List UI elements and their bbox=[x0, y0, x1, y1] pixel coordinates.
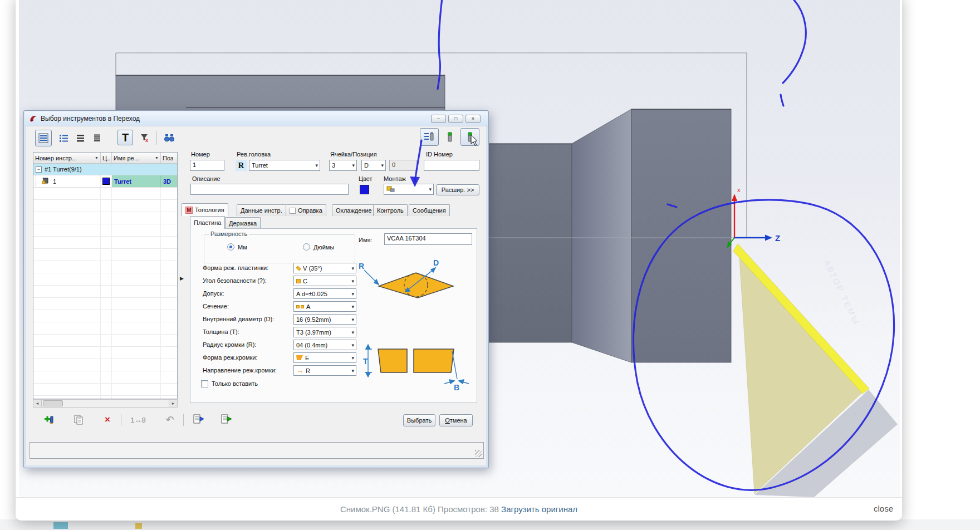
copy-icon bbox=[73, 414, 84, 425]
tool-color-swatch[interactable] bbox=[102, 178, 110, 185]
mount-label: Монтаж bbox=[384, 175, 406, 182]
tab-control[interactable]: Контроль bbox=[373, 204, 408, 216]
delete-tool-button[interactable]: × bbox=[101, 413, 114, 427]
search-button[interactable] bbox=[162, 131, 177, 145]
text-mode-button[interactable]: T bbox=[117, 130, 133, 145]
column-header-name[interactable]: Имя ре...▼ bbox=[112, 153, 161, 163]
column-header-position[interactable]: Поз bbox=[161, 153, 177, 163]
cancel-button[interactable]: Отмена bbox=[439, 414, 473, 426]
minimize-button[interactable]: − bbox=[431, 115, 446, 123]
import-doc-icon bbox=[192, 414, 204, 426]
renumber-button[interactable]: 1↔8 bbox=[129, 414, 148, 426]
plate-panel: Размерность Мм Дюймы Имя: VCAA 16T304 Фо… bbox=[190, 228, 477, 403]
turret-view-button[interactable] bbox=[420, 128, 439, 146]
image-caption: Снимок.PNG (141.81 Кб) Просмотров: 38 За… bbox=[340, 504, 577, 514]
filter-clear-button[interactable]: x bbox=[138, 131, 152, 145]
thickness-select[interactable]: T3 (3.97mm)▾ bbox=[293, 327, 356, 337]
tab-coolant[interactable]: Охлаждение bbox=[332, 204, 376, 216]
position-select[interactable]: D▾ bbox=[361, 160, 386, 171]
part-cone bbox=[572, 109, 631, 362]
resize-grip[interactable] bbox=[475, 450, 482, 457]
mount-select[interactable]: ▾ bbox=[384, 184, 434, 195]
name-label: Имя: bbox=[359, 237, 372, 243]
turret-list-icon bbox=[423, 131, 435, 143]
tab-tool-data[interactable]: Данные инстр. bbox=[237, 204, 286, 216]
cell-select[interactable]: 3▾ bbox=[329, 160, 357, 171]
import-tool-button[interactable] bbox=[191, 413, 205, 427]
id-number-input[interactable] bbox=[424, 160, 479, 171]
param-label: Толщина (T): bbox=[203, 328, 239, 335]
edge-shape-select[interactable]: E▾ bbox=[293, 352, 356, 363]
filter-chevron-icon[interactable]: ▼ bbox=[155, 156, 159, 160]
clearance-angle-icon bbox=[296, 279, 301, 283]
holder-checkbox-icon bbox=[290, 208, 296, 214]
maximize-button[interactable]: □ bbox=[448, 115, 463, 123]
collapse-icon[interactable]: − bbox=[36, 166, 42, 173]
param-label: Форма реж.кромки: bbox=[203, 354, 257, 361]
scroll-thumb[interactable] bbox=[43, 400, 63, 406]
copy-tool-button[interactable] bbox=[71, 413, 86, 427]
axis-x-label: x bbox=[737, 187, 741, 193]
forum-watermark: АВТОР ТЕМЫ bbox=[822, 258, 862, 327]
tab-messages[interactable]: Сообщения bbox=[409, 204, 450, 216]
scroll-right-icon[interactable]: ► bbox=[169, 400, 177, 407]
mount-scheme-icon bbox=[386, 185, 395, 194]
table-row[interactable]: 1 Turret 3D bbox=[33, 175, 177, 188]
rows-icon bbox=[76, 134, 85, 143]
radio-mm[interactable] bbox=[227, 243, 234, 251]
tool-green-icon bbox=[445, 131, 455, 143]
image-views: Просмотров: 38 bbox=[438, 504, 499, 514]
turning-tool-icon bbox=[41, 176, 50, 187]
color-label: Цвет bbox=[359, 175, 373, 182]
view-table-button[interactable] bbox=[90, 131, 104, 145]
clearance-angle-select[interactable]: C▾ bbox=[293, 276, 356, 286]
number-input[interactable]: 1 bbox=[190, 160, 224, 171]
cross-section-select[interactable]: A▾ bbox=[293, 301, 356, 312]
chevron-down-icon: ▾ bbox=[381, 163, 384, 168]
subtab-plate[interactable]: Пластина bbox=[190, 216, 225, 229]
column-header-color[interactable]: Ц.. bbox=[101, 153, 112, 163]
diagram-d-label: D bbox=[433, 258, 439, 267]
lightbox-caption-bar: Снимок.PNG (141.81 Кб) Просмотров: 38 За… bbox=[16, 497, 902, 521]
tolerance-select[interactable]: A d=±0.025▾ bbox=[293, 288, 356, 299]
table-group-row[interactable]: − #1 Turret(9/1) bbox=[33, 164, 177, 175]
tool-insert bbox=[733, 244, 898, 497]
tab-topology[interactable]: M Топология bbox=[182, 203, 228, 216]
export-tool-button[interactable] bbox=[219, 413, 233, 427]
axis-z-label: Z bbox=[775, 233, 780, 243]
close-button[interactable]: × bbox=[465, 115, 481, 123]
filter-chevron-icon[interactable]: ▼ bbox=[95, 156, 99, 160]
dialog-titlebar[interactable]: Выбор инструментов в Переход bbox=[24, 111, 488, 126]
name-input[interactable]: VCAA 16T304 bbox=[384, 233, 472, 245]
forum-avatar-fragment bbox=[53, 522, 68, 529]
lightbox-close-link[interactable]: close bbox=[874, 504, 893, 513]
subtab-holder[interactable]: Державка bbox=[225, 217, 261, 229]
diagram-b-label: B bbox=[454, 383, 459, 392]
table-horizontal-scrollbar[interactable]: ◄ ► bbox=[33, 399, 178, 408]
tool-table: Номер инстр...▼ Ц.. Имя ре...▼ Поз − #1 … bbox=[33, 152, 178, 399]
tool-store-button[interactable] bbox=[442, 129, 458, 145]
download-original-link[interactable]: Загрузить оригинал bbox=[501, 504, 577, 514]
select-button[interactable]: Выбрать bbox=[403, 414, 435, 426]
tool-color-picker[interactable] bbox=[360, 185, 369, 194]
undo-button[interactable]: ↶ bbox=[163, 413, 177, 427]
inner-diameter-select[interactable]: 16 (9.52mm)▾ bbox=[293, 314, 356, 325]
panel-splitter-toggle[interactable]: ▶ bbox=[180, 276, 184, 281]
rev-head-select[interactable]: Turret▾ bbox=[249, 160, 320, 171]
corner-radius-select[interactable]: 04 (0.4mm)▾ bbox=[293, 340, 356, 350]
view-small-button[interactable] bbox=[73, 131, 87, 145]
scroll-left-icon[interactable]: ◄ bbox=[33, 400, 42, 407]
view-list-button[interactable] bbox=[56, 131, 71, 145]
view-large-icons-button[interactable] bbox=[35, 130, 52, 146]
insert-shape-select[interactable]: V (35°)▾ bbox=[293, 263, 356, 273]
column-header-number[interactable]: Номер инстр...▼ bbox=[33, 153, 101, 163]
edge-direction-icon: → bbox=[296, 368, 303, 374]
add-tool-button[interactable] bbox=[42, 413, 57, 427]
tab-holder[interactable]: Оправка bbox=[286, 204, 326, 216]
expand-button[interactable]: Расшир. >> bbox=[436, 184, 479, 195]
edge-direction-select[interactable]: → R▾ bbox=[293, 365, 356, 376]
insert-only-label: Только вставить bbox=[212, 380, 258, 387]
radio-inch[interactable] bbox=[303, 243, 310, 251]
description-input[interactable] bbox=[190, 184, 349, 195]
insert-only-checkbox[interactable] bbox=[201, 380, 208, 387]
